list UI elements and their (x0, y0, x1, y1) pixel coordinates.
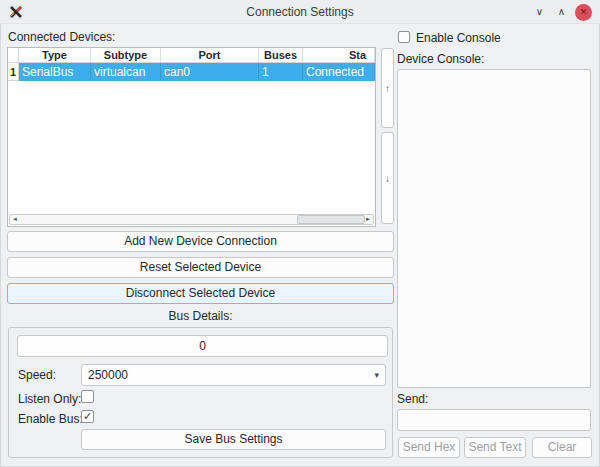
disconnect-device-button[interactable]: Disconnect Selected Device (7, 283, 394, 304)
enable-bus-label: Enable Bus: (18, 412, 83, 426)
clear-button[interactable]: Clear (532, 437, 592, 458)
scroll-left-icon[interactable]: ◄ (11, 215, 19, 224)
column-header-port[interactable]: Port (161, 48, 259, 63)
arrow-up-icon: ↑ (385, 83, 390, 94)
maximize-button[interactable]: ∧ (553, 4, 570, 21)
listen-only-checkbox[interactable] (81, 390, 94, 403)
send-label: Send: (397, 392, 428, 406)
dropdown-arrow-icon: ▾ (374, 365, 379, 385)
horizontal-scrollbar[interactable]: ◄ ► (9, 214, 374, 225)
column-header-buses[interactable]: Buses (259, 48, 303, 63)
bus-details-label: Bus Details: (7, 309, 394, 323)
column-header-status[interactable]: Sta (303, 48, 375, 63)
column-header-type[interactable]: Type (19, 48, 91, 63)
close-icon: ✕ (580, 7, 588, 17)
enable-bus-checkbox[interactable]: ✓ (81, 410, 94, 423)
bus-number-field[interactable]: 0 (17, 335, 388, 357)
connection-settings-window: Connection Settings ∨ ∧ ✕ Connected Devi… (0, 0, 600, 467)
window-title: Connection Settings (0, 0, 600, 24)
chevron-down-icon: ∨ (536, 6, 543, 17)
cell-subtype[interactable]: virtualcan (91, 63, 161, 81)
chevron-up-icon: ∧ (558, 6, 565, 17)
device-console-label: Device Console: (397, 52, 484, 66)
enable-console-checkbox[interactable] (398, 31, 410, 43)
cell-type[interactable]: SerialBus (19, 63, 91, 81)
cell-port[interactable]: can0 (161, 63, 259, 81)
minimize-button[interactable]: ∨ (531, 4, 548, 21)
connected-devices-label: Connected Devices: (8, 30, 115, 44)
connected-devices-table[interactable]: Type Subtype Port Buses Sta 1 SerialBus … (7, 47, 376, 227)
check-icon: ✓ (83, 410, 92, 422)
add-device-button[interactable]: Add New Device Connection (7, 231, 394, 252)
cell-buses[interactable]: 1 (259, 63, 303, 81)
row-number-cell: 1 (8, 63, 19, 81)
cell-status[interactable]: Connected (303, 63, 375, 81)
scroll-down-button[interactable]: ↓ (381, 132, 394, 224)
send-text-button[interactable]: Send Text (464, 437, 526, 458)
table-row[interactable]: 1 SerialBus virtualcan can0 1 Connected (8, 63, 375, 81)
titlebar: Connection Settings ∨ ∧ ✕ (0, 0, 600, 24)
reset-device-button[interactable]: Reset Selected Device (7, 257, 394, 278)
speed-combobox[interactable]: 250000 ▾ (81, 364, 386, 386)
speed-label: Speed: (18, 368, 56, 382)
bus-details-group: 0 Speed: 250000 ▾ Listen Only: Enable Bu… (8, 327, 393, 458)
save-bus-settings-button[interactable]: Save Bus Settings (81, 429, 386, 450)
send-input[interactable] (397, 409, 591, 431)
speed-value: 250000 (88, 368, 128, 382)
row-number-header (8, 48, 19, 63)
scroll-right-icon[interactable]: ► (364, 215, 372, 224)
send-hex-button[interactable]: Send Hex (398, 437, 460, 458)
listen-only-label: Listen Only: (18, 392, 81, 406)
close-button[interactable]: ✕ (575, 4, 592, 21)
enable-console-label: Enable Console (416, 31, 501, 45)
arrow-down-icon: ↓ (385, 173, 390, 184)
scroll-up-button[interactable]: ↑ (381, 48, 394, 128)
horizontal-scrollbar-thumb[interactable] (297, 215, 365, 224)
table-header-row: Type Subtype Port Buses Sta (8, 48, 375, 63)
column-header-subtype[interactable]: Subtype (91, 48, 161, 63)
device-console-output[interactable] (397, 69, 591, 388)
